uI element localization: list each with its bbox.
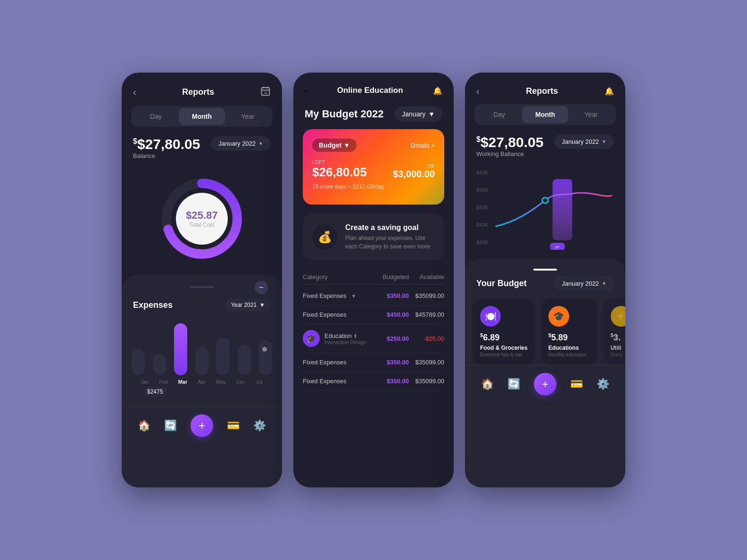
bcc-desc-edu: monthly education xyxy=(548,352,590,357)
bcc-desc-util: Every xyxy=(611,352,625,357)
saving-text: Create a saving goal Plan ahead your exp… xyxy=(345,223,435,251)
bar-chart: Jan Feb Mar Apr May Jun Jul $2475 xyxy=(122,319,282,397)
month-mar: Mar xyxy=(175,379,191,385)
svg-rect-9 xyxy=(553,179,573,240)
expenses-title: Expenses xyxy=(133,300,173,310)
bar-jan xyxy=(129,349,147,375)
row-available: $45789.00 xyxy=(409,311,444,318)
th-category: Category xyxy=(303,273,374,280)
nav-settings[interactable]: ⚙️ xyxy=(253,420,266,432)
month-labels: Jan Feb Mar Apr May Jun Jul xyxy=(129,375,274,385)
month-may: May xyxy=(213,379,229,385)
tab-year-3[interactable]: Year xyxy=(568,106,614,123)
phone1-header: ‹ Reports 31 xyxy=(122,73,282,106)
month-jan: Jan xyxy=(137,379,152,385)
calendar-icon[interactable]: 31 xyxy=(260,86,271,99)
table-row: Fixed Expenses $450.00 $45789.00 xyxy=(303,305,444,324)
bottom-nav-3: 🏠 🔄 + 💳 ⚙️ xyxy=(465,365,625,403)
back-button[interactable]: ‹ xyxy=(133,87,136,98)
th-available: Available xyxy=(409,273,444,280)
tab-day-3[interactable]: Day xyxy=(476,106,522,123)
bar-mar xyxy=(172,323,189,375)
indicator-line xyxy=(533,269,557,271)
bell-icon[interactable]: 🔔 xyxy=(433,86,442,95)
your-budget-title: Your Budget xyxy=(476,279,527,288)
month-apr: Apr xyxy=(194,379,210,385)
date-dropdown-3[interactable]: January 2022 ▼ xyxy=(554,134,614,149)
page-title-3: Reports xyxy=(526,86,558,96)
budget-title: My Budget 2022 xyxy=(305,108,384,120)
nav-refresh-3[interactable]: 🔄 xyxy=(507,378,520,390)
fab-add-button-3[interactable]: + xyxy=(534,373,556,395)
bar-may xyxy=(215,338,232,375)
phone-reports-1: ‹ Reports 31 Day Month Year $$27,80.05 xyxy=(122,73,282,487)
fab-add-button[interactable]: + xyxy=(191,414,213,437)
nav-card-3[interactable]: 💳 xyxy=(570,378,583,390)
budget-left: LEFT $26,80.05 xyxy=(312,159,367,180)
month-jul: Jul xyxy=(251,379,267,385)
date-dropdown[interactable]: January 2022 ▼ xyxy=(211,136,271,151)
phone-reports-2: ‹ Reports 🔔 Day Month Year $$27,80.05 Wo… xyxy=(465,73,625,487)
nav-card[interactable]: 💳 xyxy=(227,420,240,432)
bars-row xyxy=(129,319,274,375)
row-budgeted: $450.00 xyxy=(374,311,409,318)
tab-day[interactable]: Day xyxy=(133,108,179,125)
nav-settings-3[interactable]: ⚙️ xyxy=(597,378,609,390)
month-jun: Jun xyxy=(232,379,248,385)
bottom-nav: 🏠 🔄 + 💳 ⚙️ xyxy=(122,406,282,445)
edu-icon: 🎓 xyxy=(548,306,569,327)
row-category: Fixed Expenses xyxy=(303,378,374,385)
bar-jun xyxy=(236,345,253,375)
your-budget-section: Your Budget January 2022 ▼ 🍽️ $6.89 Food… xyxy=(465,259,625,487)
budget-of: OF $3,000.00 xyxy=(393,163,435,180)
nav-home-3[interactable]: 🏠 xyxy=(481,378,494,390)
nav-home[interactable]: 🏠 xyxy=(138,420,150,432)
table-row: 🎓 Education ⬆ Interaction Design $250.00… xyxy=(303,324,444,353)
saving-title: Create a saving goal xyxy=(345,223,435,232)
budget-tag[interactable]: Budget ▼ xyxy=(312,139,357,152)
year-dropdown[interactable]: Year 2021 ▼ xyxy=(225,299,271,311)
page-title: Reports xyxy=(182,87,214,97)
month-select[interactable]: January ▼ xyxy=(394,107,442,122)
svg-point-10 xyxy=(542,198,548,203)
bar-jul xyxy=(257,340,274,375)
bell-icon-3[interactable]: 🔔 xyxy=(605,87,614,96)
phone2-header: ‹ Online Education 🔔 xyxy=(293,73,454,103)
nav-refresh[interactable]: 🔄 xyxy=(164,420,177,432)
tab-switcher: Day Month Year xyxy=(131,106,273,127)
saving-goal-card: 💰 Create a saving goal Plan ahead your e… xyxy=(303,214,444,260)
minus-button[interactable]: − xyxy=(255,281,268,294)
balance-amount-3: $$27,80.05 xyxy=(476,134,543,150)
bcc-name-util: Utili xyxy=(611,345,625,351)
budget-cards-row: 🍽️ $6.89 Food & Groceries Everyone has t… xyxy=(465,298,625,365)
budget-cat-card-edu: 🎓 $5.89 Educations monthly education xyxy=(541,298,598,365)
row-available: $35099.00 xyxy=(409,378,444,385)
back-button-3[interactable]: ‹ xyxy=(476,86,480,97)
row-budgeted: $350.00 xyxy=(374,292,409,299)
tab-month-3[interactable]: Month xyxy=(522,106,568,123)
budget-note: 15 more days – $112.00/day xyxy=(312,183,435,190)
balance-amount: $$27,80.05 xyxy=(133,136,200,152)
row-category: 🎓 Education ⬆ Interaction Design xyxy=(303,330,374,347)
donut-label: Total Cost xyxy=(186,222,217,228)
bcc-amount-util: $3. xyxy=(611,332,625,343)
page-title-2: Online Education xyxy=(337,86,403,95)
education-icon: 🎓 xyxy=(303,330,320,347)
tab-year[interactable]: Year xyxy=(225,108,271,125)
svg-text:31: 31 xyxy=(264,91,268,94)
table-row: Fixed Expenses $350.00 $35099.00 xyxy=(303,372,444,391)
row-budgeted: $350.00 xyxy=(374,378,409,385)
details-link[interactable]: Details > xyxy=(411,142,435,149)
bcc-name-edu: Educations xyxy=(548,345,590,351)
util-icon: ⚡ xyxy=(611,306,625,327)
phone-online-education: ‹ Online Education 🔔 My Budget 2022 Janu… xyxy=(293,73,454,487)
budget-amounts: LEFT $26,80.05 OF $3,000.00 xyxy=(312,159,435,180)
back-button-2[interactable]: ‹ xyxy=(305,86,307,95)
tab-month[interactable]: Month xyxy=(179,108,224,125)
your-budget-header: Your Budget January 2022 ▼ xyxy=(465,276,625,298)
budget-cat-card-food: 🍽️ $6.89 Food & Groceries Everyone has t… xyxy=(473,298,535,365)
donut-chart-area: $25.87 Total Cost xyxy=(122,167,282,275)
bar-dot xyxy=(262,347,267,352)
row-available: -$25.00 xyxy=(409,335,444,342)
budget-date-dropdown[interactable]: January 2022 ▼ xyxy=(554,276,614,291)
